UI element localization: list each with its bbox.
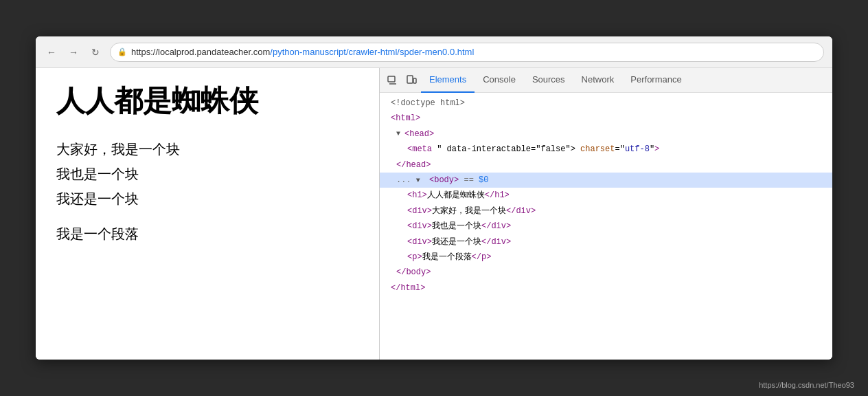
code-line-body[interactable]: ... ▼ <body> == $0 (380, 173, 832, 188)
reload-button[interactable]: ↻ (88, 45, 103, 60)
webpage-preview: 人人都是蜘蛛侠 大家好，我是一个块 我也是一个块 我还是一个块 我是一个段落 (36, 68, 379, 360)
back-button[interactable]: ← (44, 45, 59, 60)
tab-console[interactable]: Console (475, 68, 524, 93)
code-line-html: <html> (380, 111, 832, 126)
url-base: https://localprod.pandateacher.com (131, 47, 270, 57)
code-line-div2: <div>我也是一个块</div> (380, 219, 832, 234)
devtools-tabs: Elements Console Sources Network Perform… (380, 68, 832, 93)
code-line-meta: <meta " data-interactable="false"> chars… (380, 142, 832, 157)
forward-button[interactable]: → (66, 45, 81, 60)
tab-sources[interactable]: Sources (524, 68, 573, 93)
code-line-html-close: </html> (380, 280, 832, 296)
lock-icon: 🔒 (117, 47, 127, 56)
device-icon[interactable] (402, 71, 421, 90)
url-display: https://localprod.pandateacher.com/pytho… (131, 47, 474, 57)
url-path: /python-manuscript/crawler-html/spder-me… (270, 47, 474, 57)
code-line-div3: <div>我还是一个块</div> (380, 234, 832, 250)
browser-content: 人人都是蜘蛛侠 大家好，我是一个块 我也是一个块 我还是一个块 我是一个段落 (36, 68, 832, 360)
tab-performance[interactable]: Performance (622, 68, 689, 93)
inspect-icon[interactable] (382, 71, 402, 90)
code-line-h1: <h1>人人都是蜘蛛侠</h1> (380, 188, 832, 203)
svg-rect-0 (388, 76, 395, 82)
svg-rect-3 (413, 78, 416, 83)
webpage-div-2: 我也是一个块 (56, 162, 358, 186)
devtools-panel: Elements Console Sources Network Perform… (379, 68, 832, 360)
webpage-paragraph: 我是一个段落 (56, 225, 358, 243)
tab-network[interactable]: Network (573, 68, 623, 93)
webpage-div-1: 大家好，我是一个块 (56, 137, 358, 162)
browser-toolbar: ← → ↻ 🔒 https://localprod.pandateacher.c… (36, 36, 832, 68)
code-line-body-close: </body> (380, 265, 832, 280)
svg-rect-2 (407, 76, 413, 83)
credit-text: https://blog.csdn.net/Theo93 (759, 381, 854, 389)
code-line-doctype: <!doctype html> (380, 96, 832, 111)
code-line-p: <p>我是一个段落</p> (380, 250, 832, 265)
address-bar[interactable]: 🔒 https://localprod.pandateacher.com/pyt… (110, 43, 824, 62)
tab-elements[interactable]: Elements (421, 68, 475, 93)
devtools-elements-panel[interactable]: <!doctype html> <html> ▼ <head> <meta " … (380, 93, 832, 360)
code-line-div1: <div>大家好，我是一个块</div> (380, 204, 832, 219)
webpage-heading: 人人都是蜘蛛侠 (56, 82, 358, 120)
webpage-div-3: 我还是一个块 (56, 186, 358, 211)
code-line-head-close: </head> (380, 157, 832, 173)
browser-window: ← → ↻ 🔒 https://localprod.pandateacher.c… (36, 36, 832, 360)
footer-bar: https://blog.csdn.net/Theo93 (759, 378, 854, 390)
code-line-head: ▼ <head> (380, 126, 832, 142)
